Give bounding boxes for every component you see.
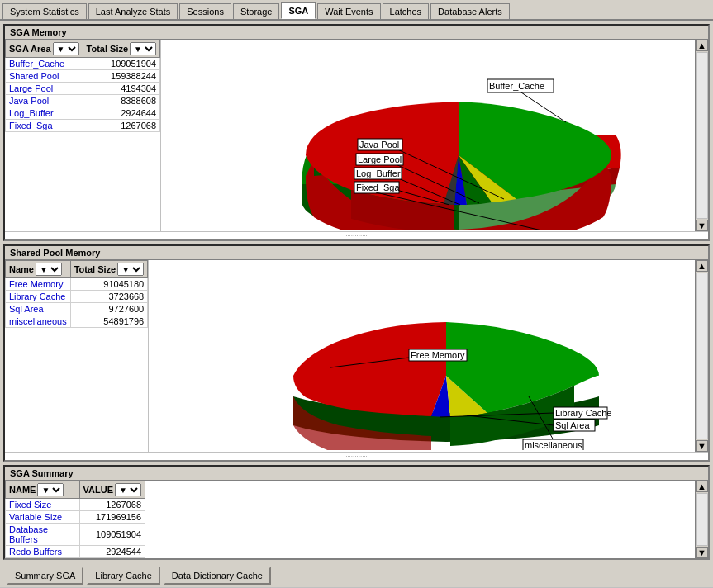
sum-scroll-up[interactable]: ▲ [696,481,708,492]
sp-row-value: 54891796 [70,315,148,328]
sp-row-value: 9727600 [70,303,148,315]
table-row: Fixed Size1267068 [6,499,145,511]
sga-summary-empty [145,481,695,558]
sum-scroll-track[interactable] [696,493,708,546]
sum-row-name: Fixed Size [6,499,80,511]
sum-row-name: Variable Size [6,511,80,524]
svg-text:Buffer_Cache: Buffer_Cache [489,81,544,91]
sum-row-name: Redo Buffers [6,546,80,558]
shared-pool-pie-chart: Free Memory Library Cache Sql Area misce… [149,260,611,450]
sp-col2-header[interactable]: Total Size ▼ [70,261,148,278]
tab-last-analyze-stats[interactable]: Last Analyze Stats [88,3,178,19]
table-row: Redo Buffers2924544 [6,546,145,558]
table-row: Variable Size171969156 [6,511,145,524]
data-dictionary-cache-button[interactable]: Data Dictionary Cache [164,567,271,585]
svg-text:Free Memory: Free Memory [411,350,465,360]
sp-col1-header[interactable]: Name ▼ [6,261,71,278]
sga-col1-header[interactable]: SGA Area ▼ [6,40,83,58]
sum-row-value: 1267068 [79,499,145,511]
scroll-down-btn[interactable]: ▼ [696,220,708,231]
sga-col1-dropdown[interactable]: ▼ [53,42,79,55]
sga-summary-table: NAME ▼ VALUE ▼ [5,481,145,558]
tab-database-alerts[interactable]: Database Alerts [430,3,510,19]
scroll-up-btn[interactable]: ▲ [696,40,708,51]
table-row: Library Cache3723668 [6,291,148,303]
sp-scroll-up-btn[interactable]: ▲ [696,260,708,272]
shared-pool-title: Shared Pool Memory [5,246,708,260]
tab-latches[interactable]: Latches [383,3,430,19]
svg-text:Java Pool: Java Pool [359,140,399,149]
sum-scrollbar[interactable]: ▲ ▼ [695,481,708,558]
sp-row-name: Library Cache [6,291,71,303]
sp-col2-dropdown[interactable]: ▼ [117,263,144,276]
sp-row-value: 3723668 [70,291,148,303]
shared-pool-data-table: Name ▼ Total Size ▼ [5,260,149,452]
sga-row-value: 8388608 [83,95,160,107]
tab-sessions[interactable]: Sessions [179,3,231,19]
svg-text:Library Cache: Library Cache [555,408,611,418]
shared-pool-chart-area: Free Memory Library Cache Sql Area misce… [149,260,695,452]
shared-pool-panel: Shared Pool Memory Name ▼ [3,244,710,462]
tab-wait-events[interactable]: Wait Events [317,3,380,19]
main-content: SGA Memory SGA Area ▼ [0,21,713,587]
sp-row-value: 91045180 [70,278,148,291]
library-cache-button[interactable]: Library Cache [87,567,159,585]
sga-row-name: Large Pool [6,83,83,95]
sp-scroll-track[interactable] [696,273,708,439]
sp-row-name: Free Memory [6,278,71,291]
sga-row-value: 1267068 [83,120,160,132]
sp-row-name: miscellaneous [6,315,71,328]
svg-text:Fixed_Sga: Fixed_Sga [356,183,400,192]
sga-scrollbar[interactable]: ▲ ▼ [695,40,708,231]
sga-summary-title: SGA Summary [5,467,708,481]
sga-row-value: 109051904 [83,58,160,70]
svg-text:Large Pool: Large Pool [358,154,402,164]
sga-row-name: Java Pool [6,95,83,107]
summary-sga-button[interactable]: Summary SGA [7,567,83,585]
table-row: Buffer_Cache109051904 [6,58,160,70]
sga-data-table: SGA Area ▼ Total Size ▼ [5,40,161,231]
sga-memory-panel: SGA Memory SGA Area ▼ [3,24,710,241]
sp-resize-handle[interactable]: ············ [5,452,708,460]
sga-row-name: Buffer_Cache [6,58,83,70]
sp-scrollbar[interactable]: ▲ ▼ [695,260,708,452]
svg-text:Sql Area: Sql Area [555,420,590,430]
sga-resize-handle[interactable]: ············ [5,231,708,239]
sga-row-value: 159388244 [83,70,160,83]
sga-col2-dropdown[interactable]: ▼ [130,42,156,55]
sum-row-value: 2924544 [79,546,145,558]
scroll-track[interactable] [696,52,708,219]
tab-storage[interactable]: Storage [233,3,280,19]
table-row: Log_Buffer2924644 [6,107,160,120]
table-row: Free Memory91045180 [6,278,148,291]
sga-row-name: Shared Pool [6,70,83,83]
sum-col1-dropdown[interactable]: ▼ [37,483,64,496]
tab-system-statistics[interactable]: System Statistics [2,3,87,19]
table-row: Java Pool8388608 [6,95,160,107]
sum-col1-header[interactable]: NAME ▼ [6,481,80,499]
sga-row-value: 2924644 [83,107,160,120]
sga-col2-header[interactable]: Total Size ▼ [83,40,160,58]
sp-row-name: Sql Area [6,303,71,315]
sga-row-value: 4194304 [83,83,160,95]
bottom-buttons: Summary SGA Library Cache Data Dictionar… [3,563,710,587]
sp-scroll-down-btn[interactable]: ▼ [696,440,708,452]
sga-row-name: Fixed_Sga [6,120,83,132]
tab-sga[interactable]: SGA [281,2,316,19]
sga-pie-chart: Buffer_Cache Java Pool Large Pool Log_Bu… [161,40,624,230]
table-row: Database Buffers109051904 [6,524,145,546]
sum-row-name: Database Buffers [6,524,80,546]
sga-row-name: Log_Buffer [6,107,83,120]
table-row: Sql Area9727600 [6,303,148,315]
sp-col1-dropdown[interactable]: ▼ [36,263,62,276]
sga-chart-area: Buffer_Cache Java Pool Large Pool Log_Bu… [161,40,695,231]
table-row: Fixed_Sga1267068 [6,120,160,132]
sum-row-value: 171969156 [79,511,145,524]
table-row: Large Pool4194304 [6,83,160,95]
svg-text:miscellaneous: miscellaneous [525,440,582,450]
sum-col2-dropdown[interactable]: ▼ [115,483,141,496]
sum-scroll-down[interactable]: ▼ [696,547,708,558]
table-row: miscellaneous54891796 [6,315,148,328]
table-row: Shared Pool159388244 [6,70,160,83]
sum-col2-header[interactable]: VALUE ▼ [79,481,145,499]
